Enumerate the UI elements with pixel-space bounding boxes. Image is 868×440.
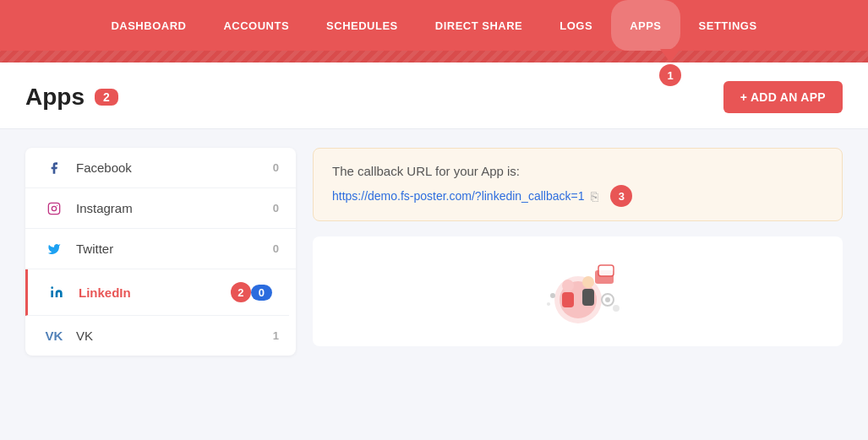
callback-url-link[interactable]: https://demo.fs-poster.com/?linkedin_cal…: [332, 189, 584, 203]
page-header: Apps 2 + ADD AN APP: [0, 62, 868, 129]
svg-rect-8: [562, 292, 574, 307]
svg-rect-3: [51, 291, 53, 297]
step-1-overlay: 1: [659, 49, 681, 86]
sidebar-label-facebook: Facebook: [76, 160, 262, 175]
svg-point-14: [605, 297, 610, 302]
main-panel: The callback URL for your App is: https:…: [313, 148, 843, 346]
sidebar-item-vk[interactable]: VKVK1: [25, 316, 296, 356]
svg-point-2: [57, 204, 57, 205]
sidebar-badge-instagram: 0: [262, 202, 279, 215]
sidebar-badge-vk: 1: [262, 329, 279, 342]
sidebar-badge-facebook: 0: [262, 161, 279, 174]
step-3-badge: 3: [610, 185, 632, 207]
nav-stripe: [0, 51, 868, 62]
sidebar-badge-linkedin: 0: [251, 285, 272, 301]
apps-count-badge: 2: [95, 89, 118, 106]
callback-box: The callback URL for your App is: https:…: [313, 148, 843, 221]
illustration-box: [313, 236, 843, 346]
nav-item-logs[interactable]: LOGS: [541, 0, 611, 51]
sidebar-item-linkedin[interactable]: LinkedIn20: [25, 269, 289, 316]
illustration-svg: [527, 253, 629, 329]
svg-point-4: [51, 286, 53, 289]
sidebar-label-instagram: Instagram: [76, 201, 262, 215]
content-area: Facebook0Instagram0Twitter0LinkedIn20VKV…: [0, 129, 868, 374]
nav-item-dashboard[interactable]: DASHBOARD: [92, 0, 205, 51]
vk-icon: VK: [42, 329, 66, 343]
callback-url-row: https://demo.fs-poster.com/?linkedin_cal…: [332, 185, 823, 207]
step-1-badge: 1: [659, 64, 681, 86]
sidebar-label-linkedin: LinkedIn: [79, 285, 231, 300]
copy-icon[interactable]: ⎘: [591, 189, 598, 204]
sidebar-item-facebook[interactable]: Facebook0: [25, 148, 296, 188]
step-2-badge: 2: [231, 282, 251, 302]
svg-rect-0: [48, 203, 59, 214]
svg-point-17: [613, 305, 620, 312]
page-content: Apps 2 + ADD AN APP Facebook0Instagram0T…: [0, 62, 868, 440]
sidebar-item-twitter[interactable]: Twitter0: [25, 229, 296, 269]
svg-point-15: [550, 293, 555, 298]
svg-rect-12: [598, 265, 614, 276]
nav-item-direct-share[interactable]: DIRECT SHARE: [417, 0, 542, 51]
facebook-icon: [42, 161, 66, 175]
sidebar-label-vk: VK: [76, 329, 262, 343]
nav-item-settings[interactable]: SETTINGS: [680, 0, 776, 51]
nav-item-accounts[interactable]: ACCOUNTS: [205, 0, 308, 51]
svg-rect-10: [582, 289, 594, 306]
sidebar-badge-twitter: 0: [262, 242, 279, 255]
linkedin-icon: [45, 285, 68, 299]
add-app-button[interactable]: + ADD AN APP: [723, 81, 843, 113]
svg-point-7: [562, 280, 574, 291]
page-title: Apps: [25, 84, 85, 111]
instagram-icon: [42, 202, 66, 215]
callback-label: The callback URL for your App is:: [332, 164, 823, 178]
sidebar-label-twitter: Twitter: [76, 242, 262, 256]
svg-point-9: [582, 276, 594, 288]
svg-point-1: [52, 206, 56, 210]
nav-item-apps[interactable]: APPS: [611, 0, 680, 51]
svg-point-16: [547, 302, 550, 306]
nav-arrow: [660, 49, 680, 62]
twitter-icon: [42, 242, 66, 256]
sidebar-item-instagram[interactable]: Instagram0: [25, 188, 296, 229]
nav-item-schedules[interactable]: SCHEDULES: [308, 0, 417, 51]
sidebar: Facebook0Instagram0Twitter0LinkedIn20VKV…: [25, 148, 296, 356]
main-nav: DASHBOARDACCOUNTSSCHEDULESDIRECT SHARELO…: [0, 0, 868, 51]
page-title-wrap: Apps 2: [25, 84, 118, 111]
